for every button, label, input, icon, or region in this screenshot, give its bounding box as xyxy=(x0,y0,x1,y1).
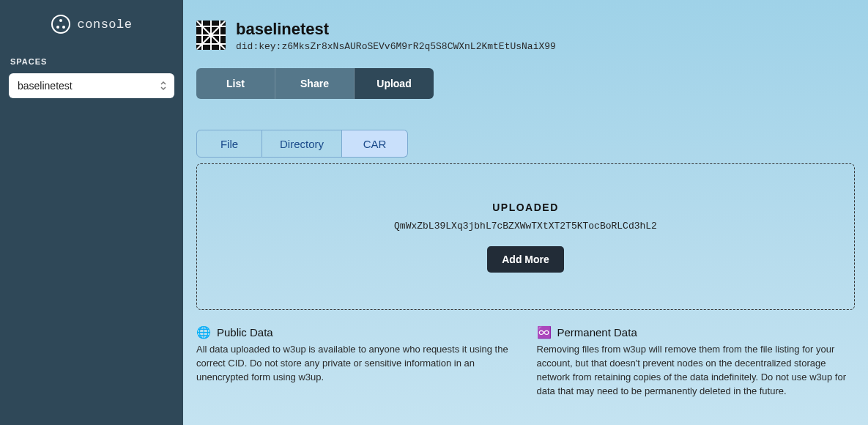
space-header: baselinetest did:key:z6MksZr8xNsAURoSEVv… xyxy=(196,21,855,52)
note-heading: 🌐 Public Data xyxy=(196,326,515,339)
tab-share[interactable]: Share xyxy=(275,68,355,99)
add-more-button[interactable]: Add More xyxy=(487,246,564,273)
mode-tab-car[interactable]: CAR xyxy=(342,130,408,158)
space-select-value: baselinetest xyxy=(18,80,73,92)
uploaded-cid: QmWxZbL39LXq3jbhL7cBZXWwTXtXT2T5KTocBoRL… xyxy=(394,221,657,232)
infinity-icon: ♾️ xyxy=(537,327,552,339)
space-did: did:key:z6MksZr8xNsAURoSEVv6M9rR2q5S8CWX… xyxy=(236,41,556,52)
note-permanent-data: ♾️ Permanent Data Removing files from w3… xyxy=(537,326,856,398)
brand-name: console xyxy=(78,18,133,32)
sidebar-section-spaces-label: SPACES xyxy=(9,57,174,66)
info-notes: 🌐 Public Data All data uploaded to w3up … xyxy=(196,326,855,398)
mode-tab-directory[interactable]: Directory xyxy=(262,130,342,158)
brand-row: console xyxy=(9,15,174,34)
sidebar: console SPACES baselinetest xyxy=(0,0,183,425)
upload-status-label: UPLOADED xyxy=(492,202,559,213)
globe-icon: 🌐 xyxy=(196,327,211,339)
space-select[interactable]: baselinetest xyxy=(9,73,174,98)
note-title: Permanent Data xyxy=(557,326,637,339)
main-content: baselinetest did:key:z6MksZr8xNsAURoSEVv… xyxy=(183,0,868,425)
note-heading: ♾️ Permanent Data xyxy=(537,326,856,339)
note-public-data: 🌐 Public Data All data uploaded to w3up … xyxy=(196,326,515,398)
note-body: All data uploaded to w3up is available t… xyxy=(196,343,515,385)
chevron-up-down-icon xyxy=(160,81,167,91)
upload-dropzone[interactable]: UPLOADED QmWxZbL39LXq3jbhL7cBZXWwTXtXT2T… xyxy=(196,163,855,310)
brand-logo-icon xyxy=(51,15,70,34)
note-title: Public Data xyxy=(217,326,273,339)
tab-list[interactable]: List xyxy=(196,68,275,99)
upload-mode-tabs: File Directory CAR xyxy=(196,130,408,158)
space-title: baselinetest xyxy=(236,21,556,38)
action-tabs: List Share Upload xyxy=(196,68,434,99)
mode-tab-file[interactable]: File xyxy=(196,130,262,158)
tab-upload[interactable]: Upload xyxy=(355,68,434,99)
note-body: Removing files from w3up will remove the… xyxy=(537,343,856,398)
space-avatar xyxy=(196,21,226,50)
